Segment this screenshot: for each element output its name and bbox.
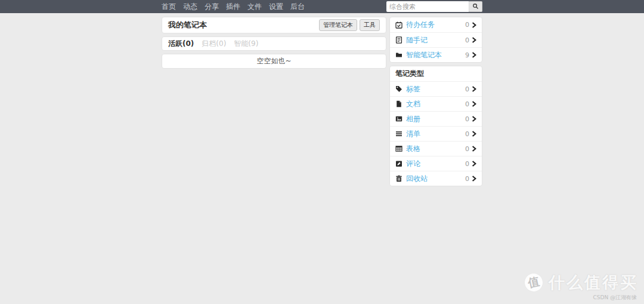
header-button-group: 管理笔记本 工具 (319, 19, 380, 31)
nav-item-share[interactable]: 分享 (205, 2, 219, 12)
sidebar-item-todo[interactable]: 待办任务 0 (390, 17, 482, 32)
navbar-inner: 首页 动态 分享 插件 文件 设置 后台 (162, 0, 482, 13)
search-icon (472, 2, 479, 11)
nav-item-settings[interactable]: 设置 (269, 2, 283, 12)
chevron-right-icon (472, 161, 476, 167)
note-types-header: 笔记类型 (390, 66, 482, 81)
sidebar-item-label: 智能笔记本 (406, 50, 442, 60)
sidebar-item-trash[interactable]: 回收站 0 (390, 171, 482, 186)
item-count: 0 (465, 145, 469, 153)
manage-notebooks-button[interactable]: 管理笔记本 (319, 19, 357, 31)
watermark: 值 什么值得买 CSDN @江湖有缘 (525, 272, 638, 302)
watermark-brand-line: 值 什么值得买 (525, 272, 638, 293)
item-count: 0 (465, 85, 469, 93)
top-navbar: 首页 动态 分享 插件 文件 设置 后台 (0, 0, 644, 13)
tab-smart-notebooks[interactable]: 智能(9) (234, 39, 258, 49)
sidebar-item-tables[interactable]: 表格 0 (390, 141, 482, 156)
sidebar-item-tags[interactable]: 标签 0 (390, 81, 482, 96)
quick-links-card: 待办任务 0 随手记 0 智能笔记本 (389, 17, 482, 63)
content-container: 我的笔记本 管理笔记本 工具 活跃(0) 归档(0) 智能(9) 空空如也~ 待… (162, 17, 482, 189)
sidebar-item-comments[interactable]: 评论 0 (390, 156, 482, 171)
search-input[interactable] (386, 1, 469, 12)
sidebar-item-label: 回收站 (406, 174, 428, 184)
nav-item-admin[interactable]: 后台 (290, 2, 305, 12)
item-count: 9 (465, 51, 469, 59)
tab-active-notebooks[interactable]: 活跃(0) (168, 39, 194, 49)
item-count: 0 (465, 100, 469, 108)
sidebar-item-smart-notebooks[interactable]: 智能笔记本 9 (390, 47, 482, 62)
comment-edit-icon (395, 160, 402, 167)
trash-icon (395, 175, 402, 182)
chevron-right-icon (472, 176, 476, 182)
item-count: 0 (465, 36, 469, 44)
sidebar-item-documents[interactable]: 文档 0 (390, 96, 482, 111)
nav-item-plugins[interactable]: 插件 (226, 2, 240, 12)
watermark-credit-text: CSDN @江湖有缘 (525, 294, 637, 302)
table-icon (395, 145, 402, 152)
sidebar-item-albums[interactable]: 相册 0 (390, 111, 482, 126)
sidebar-item-label: 文档 (406, 99, 420, 109)
nav-item-home[interactable]: 首页 (162, 2, 176, 12)
file-icon (395, 100, 402, 108)
tag-icon (395, 85, 402, 93)
empty-state-text: 空空如也~ (256, 56, 291, 66)
chevron-right-icon (472, 131, 476, 137)
sidebar-item-label: 相册 (406, 114, 420, 124)
watermark-brand-text: 什么值得买 (549, 272, 638, 293)
sidebar-item-label: 待办任务 (406, 20, 435, 30)
chevron-right-icon (472, 101, 476, 107)
note-types-card: 笔记类型 标签 0 文档 0 (389, 66, 482, 186)
image-icon (395, 115, 402, 122)
search-button[interactable] (469, 1, 482, 12)
chevron-right-icon (472, 116, 476, 122)
main-column: 我的笔记本 管理笔记本 工具 活跃(0) 归档(0) 智能(9) 空空如也~ (162, 17, 386, 72)
item-count: 0 (465, 21, 469, 29)
chevron-right-icon (472, 22, 476, 28)
page-title: 我的笔记本 (168, 20, 207, 30)
calendar-check-icon (395, 22, 402, 29)
chevron-right-icon (472, 37, 476, 43)
notebook-tabs-card: 活跃(0) 归档(0) 智能(9) (162, 36, 386, 51)
sidebar: 待办任务 0 随手记 0 智能笔记本 (389, 17, 482, 189)
sidebar-item-label: 清单 (406, 129, 420, 139)
item-count: 0 (465, 175, 469, 183)
item-count: 0 (465, 130, 469, 138)
sidebar-item-checklists[interactable]: 清单 0 (390, 126, 482, 141)
empty-state-card: 空空如也~ (162, 54, 386, 69)
item-count: 0 (465, 160, 469, 168)
search-group (386, 1, 482, 12)
tools-button[interactable]: 工具 (360, 19, 380, 31)
tab-archived-notebooks[interactable]: 归档(0) (202, 39, 226, 49)
nav-item-files[interactable]: 文件 (247, 2, 262, 12)
watermark-badge-icon: 值 (523, 272, 544, 293)
list-icon (395, 130, 402, 137)
note-icon (395, 36, 402, 44)
notebooks-header-card: 我的笔记本 管理笔记本 工具 (162, 17, 386, 33)
sidebar-item-label: 随手记 (406, 35, 428, 45)
sidebar-item-label: 评论 (406, 159, 420, 169)
sidebar-item-label: 标签 (406, 84, 420, 94)
chevron-right-icon (472, 52, 476, 58)
sidebar-item-label: 表格 (406, 144, 420, 154)
nav-item-activity[interactable]: 动态 (183, 2, 197, 12)
item-count: 0 (465, 115, 469, 123)
chevron-right-icon (472, 146, 476, 152)
chevron-right-icon (472, 86, 476, 92)
folder-icon (395, 51, 402, 59)
sidebar-item-quick-notes[interactable]: 随手记 0 (390, 32, 482, 47)
